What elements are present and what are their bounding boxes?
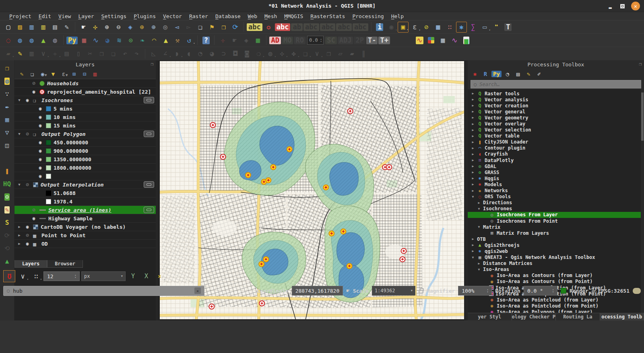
expander-icon[interactable]: ▼ xyxy=(17,132,22,136)
digitize-segment-icon[interactable]: ∨▾ xyxy=(38,48,49,59)
database-bucket-tool-icon[interactable]: ◫ xyxy=(2,141,12,150)
merge-attributes-icon[interactable]: ❒ xyxy=(323,48,334,59)
profile-curve-tool-icon[interactable]: ∿ xyxy=(414,35,425,46)
hardware-chip-tool-icon[interactable]: ▦ xyxy=(2,115,12,125)
save-layer-edits-icon[interactable]: ▥ xyxy=(26,48,37,59)
visibility-eye-icon[interactable]: ⊘ xyxy=(31,207,37,213)
algorithm-cityjson-loader[interactable]: ▶❚CityJSON Loader xyxy=(468,139,644,145)
label-chip-red-icon[interactable]: abc xyxy=(275,22,291,33)
visibility-eye-icon[interactable]: ◉ xyxy=(24,224,31,230)
zoom-next-icon[interactable]: ▻ xyxy=(183,22,194,33)
mode-ro-icon[interactable]: RO xyxy=(294,35,305,46)
python-scripts-tool-icon[interactable]: Py xyxy=(491,70,502,78)
mode-sc-icon[interactable]: SC xyxy=(325,35,336,46)
algorithm-vector-geometry[interactable]: ▶QVector geometry xyxy=(468,115,644,121)
selected-hospital-marker[interactable] xyxy=(341,229,346,234)
ph-flag-plugin-icon[interactable] xyxy=(2,154,12,163)
split-parts-icon[interactable]: ∨▾ xyxy=(312,48,322,59)
layer-item-1978-4[interactable]: 1978.4 xyxy=(14,197,156,206)
algorithm-raster-tools[interactable]: ▶QRaster tools xyxy=(468,90,644,96)
processing-toolbox-icon[interactable]: ✱ xyxy=(456,22,467,33)
rotate-feature-icon[interactable]: ◕ xyxy=(206,48,217,59)
open-attribute-table-icon[interactable]: ▦ xyxy=(433,22,444,33)
zoom-out-icon[interactable]: ⊖ xyxy=(113,22,124,33)
hospital-marker[interactable] xyxy=(400,257,405,262)
paste-features-icon[interactable]: ❏ xyxy=(108,48,119,59)
messages-icon[interactable] xyxy=(633,288,641,294)
grass-tools-icon[interactable]: ≋ xyxy=(114,35,124,46)
algorithm-networks[interactable]: ▶❋Networks xyxy=(468,188,644,194)
refresh-map-icon[interactable]: ⟳ xyxy=(230,22,241,33)
mode-ad-icon[interactable]: AD xyxy=(269,35,281,46)
layer-item-15-mins[interactable]: ◉15 mins xyxy=(14,121,156,130)
hqgis-plugin-icon[interactable]: HQ xyxy=(2,179,12,189)
algorithm-otb[interactable]: ▶OTB xyxy=(468,236,644,242)
visibility-eye-icon[interactable]: ◉ xyxy=(37,156,43,162)
delete-ring-icon[interactable]: ◍▾ xyxy=(265,48,276,59)
menu-view[interactable]: View xyxy=(55,13,74,19)
layer-indicator-badge[interactable] xyxy=(144,181,154,188)
expander-icon[interactable]: ▼ xyxy=(477,207,481,211)
snapping-intersection-button[interactable]: X xyxy=(141,271,152,282)
contour-plugin-icon[interactable]: ◠ xyxy=(149,35,159,46)
deselect-features-icon[interactable]: ⊘ xyxy=(421,22,432,33)
dock-tab-routing-la[interactable]: Routing La xyxy=(556,313,600,320)
hospital-marker[interactable] xyxy=(210,123,215,128)
open-project-icon[interactable]: ▨ xyxy=(14,22,25,33)
quill-tool-icon[interactable]: ✒ xyxy=(2,102,12,112)
zoom-in-icon[interactable]: ⊕ xyxy=(101,22,112,33)
algorithm-qgis2web[interactable]: ▶✱qgis2web xyxy=(468,248,644,254)
current-edits-icon[interactable]: ▰▾ xyxy=(3,48,14,59)
simplify-feature-icon[interactable]: ⊃ xyxy=(218,48,229,59)
menu-web[interactable]: Web xyxy=(244,13,261,19)
menu-raster[interactable]: Raster xyxy=(186,13,212,19)
offset-symbols-icon[interactable]: ▰ xyxy=(347,48,357,59)
expander-icon[interactable]: ▼ xyxy=(17,183,22,187)
algorithm-vector-general[interactable]: ▶QVector general xyxy=(468,109,644,115)
expander-icon[interactable]: ▶ xyxy=(471,122,475,126)
algorithm-distance-matrices[interactable]: ▶Distance Matrices xyxy=(468,261,644,267)
algorithm-matrix[interactable]: ▼Matrix xyxy=(468,224,644,230)
layer-item-service-area-lines-[interactable]: ⊘Service area (lines) xyxy=(14,206,156,214)
dock-tab-ocessing-toolb[interactable]: ocessing Toolb xyxy=(600,313,644,320)
layer-item-households[interactable]: ⊘Households xyxy=(14,79,156,88)
visibility-eye-icon[interactable]: ◉ xyxy=(31,215,37,221)
histogram-tool-icon[interactable]: ▅ xyxy=(461,35,472,46)
expander-icon[interactable]: ▶ xyxy=(477,262,481,265)
menu-vector[interactable]: Vector xyxy=(159,13,186,19)
zoom-to-selection-icon[interactable]: ⊕ xyxy=(148,22,159,33)
add-table-icon[interactable]: ▦ xyxy=(438,35,448,46)
algorithm-isochrones-from-point[interactable]: ◎Isochrones From Point xyxy=(468,218,644,224)
algorithm-qgis2threejs[interactable]: ▶▲Qgis2threejs xyxy=(468,242,644,248)
minimize-button[interactable]: ▂ xyxy=(607,2,614,10)
topology-edit-icon[interactable]: ◈ xyxy=(241,35,252,46)
text-annotation-icon[interactable]: T xyxy=(503,22,514,33)
bookmarks-icon[interactable]: ⚑ xyxy=(206,22,217,33)
collapse-all-icon[interactable]: ⊟ xyxy=(80,70,89,78)
expander-icon[interactable]: ▶ xyxy=(471,92,475,95)
lock-scale-icon[interactable] xyxy=(419,290,423,293)
algorithm-isochrones[interactable]: ▼Isochrones xyxy=(468,206,644,212)
mode-mo-icon[interactable]: MO xyxy=(282,35,293,46)
measure-icon[interactable]: ▭▾ xyxy=(479,22,490,33)
menu-mesh[interactable]: Mesh xyxy=(261,13,281,19)
visibility-eye-icon[interactable]: ◉ xyxy=(37,123,43,128)
expander-icon[interactable]: ▼ xyxy=(471,256,475,259)
processing-search-input[interactable]: ○ Search… xyxy=(471,80,641,88)
topological-editing-button[interactable]: Y xyxy=(128,271,138,282)
mode-adj-icon[interactable]: ADJ xyxy=(338,35,353,46)
visibility-eye-icon[interactable]: ◉ xyxy=(24,241,31,246)
qgis2threejs-icon[interactable]: ▲ xyxy=(38,35,49,46)
globe-sphere-icon[interactable]: ◕ xyxy=(102,35,113,46)
dataplotly-icon[interactable]: ▦ xyxy=(78,35,89,46)
advanced-digitizing-icon[interactable]: ◺ xyxy=(148,48,159,59)
expander-icon[interactable]: ▶ xyxy=(471,134,475,138)
delete-part-icon[interactable]: ✣▾ xyxy=(277,48,287,59)
locator-search-input[interactable]: ○ hub ✕ xyxy=(3,286,204,296)
undo-plugin-icon[interactable]: ⟲ xyxy=(2,244,12,253)
algorithm-crayfish[interactable]: ▶◖Crayfish xyxy=(468,151,644,157)
scale-dropdown[interactable]: 1:49362▼ xyxy=(372,286,415,296)
construction-mode-icon[interactable]: ∠▾ xyxy=(160,48,171,59)
layer-item-point-to-point[interactable]: ▶⊘▦Point to Point xyxy=(14,231,156,240)
algorithm-qneat3-qgis-network-analysis-toolbox[interactable]: ▼▦QNEAT3 - Qgis Network Analysis Toolbox xyxy=(468,254,644,261)
